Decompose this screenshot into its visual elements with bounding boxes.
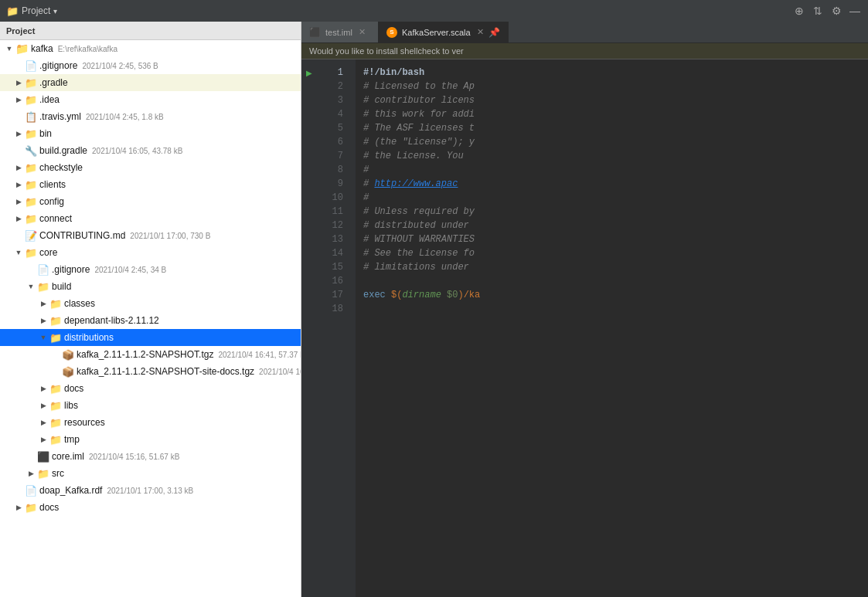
tree-item-libs[interactable]: ▶📁libs — [0, 397, 301, 414]
tree-arrow-resources[interactable]: ▶ — [37, 416, 49, 429]
comment-text: # distributed under — [363, 220, 469, 231]
tree-meta-kafka-site-tgz: 2021/10/4 16:41, 3.32 MB — [259, 368, 301, 376]
tree-label-build: build — [52, 281, 71, 292]
tree-item-idea[interactable]: ▶📁.idea — [0, 91, 301, 108]
tree-root-kafka[interactable]: ▼ 📁 kafka E:\ref\kafka\kafka — [0, 40, 301, 57]
tree-item-docs-root[interactable]: ▶📁docs — [0, 499, 301, 516]
tree-item-doap[interactable]: 📄doap_Kafka.rdf2021/10/1 17:00, 3.13 kB — [0, 482, 301, 499]
line-number-3: 3 — [317, 93, 349, 107]
editor-notification: Would you like to install shellcheck to … — [301, 43, 868, 59]
tab-close-test-iml[interactable]: ✕ — [359, 27, 366, 37]
code-line-12: # distributed under — [363, 219, 860, 232]
tab-close-kafkaserver[interactable]: ✕ — [477, 27, 484, 37]
tree-arrow-src[interactable]: ▶ — [25, 467, 37, 480]
tree-item-dependant-libs[interactable]: ▶📁dependant-libs-2.11.12 — [0, 312, 301, 329]
run-btn-line-16 — [301, 274, 317, 288]
tree-item-gradle[interactable]: ▶📁.gradle — [0, 74, 301, 91]
tree-item-connect[interactable]: ▶📁connect — [0, 210, 301, 227]
tree-item-distributions[interactable]: ▼📁distributions — [0, 329, 301, 346]
tree-icon-gitignore-root: 📄 — [25, 60, 37, 72]
code-line-17: exec $(dirname $0)/ka — [363, 288, 860, 302]
tree-item-gitignore-root[interactable]: 📄.gitignore2021/10/4 2:45, 536 B — [0, 57, 301, 74]
comment-text: # Unless required by — [363, 206, 475, 217]
line-number-14: 14 — [317, 246, 349, 260]
line-number-17: 17 — [317, 288, 349, 302]
tab-test-iml[interactable]: ⬛ test.iml ✕ — [301, 22, 379, 42]
tree-item-tmp[interactable]: ▶📁tmp — [0, 431, 301, 448]
code-line-2: # Licensed to the Ap — [363, 80, 860, 93]
tree-arrow-bin[interactable]: ▶ — [12, 127, 25, 140]
tree-label-dependant-libs: dependant-libs-2.11.12 — [64, 315, 159, 326]
sidebar-tree[interactable]: ▼ 📁 kafka E:\ref\kafka\kafka 📄.gitignore… — [0, 40, 301, 597]
tree-arrow-config[interactable]: ▶ — [12, 195, 25, 208]
comment-prefix: # — [363, 178, 374, 189]
tree-arrow-clients[interactable]: ▶ — [12, 178, 25, 191]
tree-icon-contributing: 📝 — [25, 230, 37, 242]
globe-icon[interactable]: ⊕ — [792, 4, 806, 18]
line-numbers: 123456789101112131415161718 — [317, 59, 356, 597]
tree-item-kafka-tgz[interactable]: 📦kafka_2.11-1.1.2-SNAPSHOT.tgz2021/10/4 … — [0, 346, 301, 363]
tree-item-docs[interactable]: ▶📁docs — [0, 380, 301, 397]
tree-item-config[interactable]: ▶📁config — [0, 193, 301, 210]
tree-item-core-iml[interactable]: ⬛core.iml2021/10/4 15:16, 51.67 kB — [0, 448, 301, 465]
tree-icon-gitignore-core: 📄 — [37, 264, 49, 276]
tree-arrow-build[interactable]: ▼ — [25, 280, 37, 293]
run-btn-line-1[interactable]: ▶ — [301, 66, 317, 80]
tree-item-src[interactable]: ▶📁src — [0, 465, 301, 482]
tree-arrow-checkstyle[interactable]: ▶ — [12, 161, 25, 174]
tab-bar: ⬛ test.iml ✕ S KafkaServer.scala ✕ 📌 — [301, 22, 868, 43]
tree-item-resources[interactable]: ▶📁resources — [0, 414, 301, 431]
tree-icon-dependant-libs: 📁 — [49, 315, 62, 327]
tree-item-build[interactable]: ▼📁build — [0, 278, 301, 295]
settings-icon[interactable]: ⚙ — [829, 4, 843, 18]
tree-arrow-connect[interactable]: ▶ — [12, 212, 25, 225]
code-line-16 — [363, 274, 860, 288]
tree-label-distributions: distributions — [64, 332, 114, 343]
tree-label-config: config — [39, 196, 64, 207]
tab-label-test-iml: test.iml — [325, 28, 352, 37]
code-line-5: # The ASF licenses t — [363, 121, 860, 135]
tree-item-kafka-site-tgz[interactable]: 📦kafka_2.11-1.1.2-SNAPSHOT-site-docs.tgz… — [0, 363, 301, 380]
tree-arrow-distributions[interactable]: ▼ — [37, 331, 49, 344]
tab-kafkaserver-scala[interactable]: S KafkaServer.scala ✕ 📌 — [379, 22, 509, 42]
title-bar-dropdown[interactable]: ▾ — [53, 7, 57, 15]
tree-arrow-dependant-libs[interactable]: ▶ — [37, 314, 49, 327]
tree-label-gradle: .gradle — [39, 77, 68, 88]
code-area[interactable]: #!/bin/bash# Licensed to the Ap# contrib… — [356, 59, 868, 597]
tree-label-build-gradle: build.gradle — [39, 145, 87, 156]
minimize-icon[interactable]: — — [848, 4, 862, 18]
line-number-10: 10 — [317, 191, 349, 205]
tree-arrow-idea[interactable]: ▶ — [12, 93, 25, 106]
tree-arrow-docs-root[interactable]: ▶ — [12, 501, 25, 514]
tree-label-docs: docs — [64, 383, 83, 394]
tree-item-travis[interactable]: 📋.travis.yml2021/10/4 2:45, 1.8 kB — [0, 108, 301, 125]
tree-icon-config: 📁 — [25, 196, 37, 208]
tree-item-bin[interactable]: ▶📁bin — [0, 125, 301, 142]
tree-item-core[interactable]: ▼📁core — [0, 244, 301, 261]
tree-item-contributing[interactable]: 📝CONTRIBUTING.md2021/10/1 17:00, 730 B — [0, 227, 301, 244]
tree-arrow-core[interactable]: ▼ — [12, 246, 25, 259]
tree-arrow-tmp[interactable]: ▶ — [37, 433, 49, 446]
tree-item-build-gradle[interactable]: 🔧build.gradle2021/10/4 16:05, 43.78 kB — [0, 142, 301, 159]
tree-arrow-gradle[interactable]: ▶ — [12, 76, 25, 89]
tree-item-clients[interactable]: ▶📁clients — [0, 176, 301, 193]
sort-icon[interactable]: ⇅ — [811, 4, 825, 18]
tree-label-kafka-tgz: kafka_2.11-1.1.2-SNAPSHOT.tgz — [77, 349, 213, 360]
tree-item-checkstyle[interactable]: ▶📁checkstyle — [0, 159, 301, 176]
tree-label-tmp: tmp — [64, 434, 80, 445]
tree-label-core-iml: core.iml — [52, 451, 84, 462]
tree-arrow-kafka[interactable]: ▼ — [3, 42, 15, 55]
tree-item-classes[interactable]: ▶📁classes — [0, 295, 301, 312]
code-line-8: # — [363, 163, 860, 177]
code-arg: $0 — [441, 290, 458, 300]
tree-arrow-classes[interactable]: ▶ — [37, 297, 49, 310]
tree-icon-tmp: 📁 — [49, 434, 62, 446]
line-number-16: 16 — [317, 274, 349, 288]
tree-arrow-libs[interactable]: ▶ — [37, 399, 49, 412]
tree-meta-kafka-tgz: 2021/10/4 16:41, 57.37 MB — [218, 351, 301, 359]
comment-text: # — [363, 192, 369, 203]
tree-meta-doap: 2021/10/1 17:00, 3.13 kB — [107, 487, 193, 495]
run-btn-line-12 — [301, 219, 317, 232]
tree-item-gitignore-core[interactable]: 📄.gitignore2021/10/4 2:45, 34 B — [0, 261, 301, 278]
tree-arrow-docs[interactable]: ▶ — [37, 382, 49, 395]
